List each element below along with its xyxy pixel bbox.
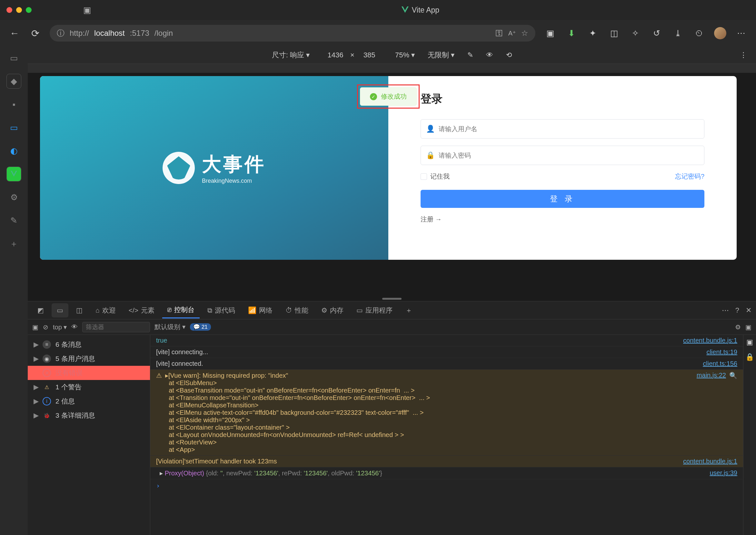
tab-elements[interactable]: </> 元素	[124, 303, 160, 318]
sidebar-toggle-icon[interactable]: ▣	[32, 323, 38, 331]
side-messages[interactable]: ▶≡6 条消息	[28, 337, 150, 352]
favorite-icon[interactable]: ☆	[521, 29, 528, 38]
remember-me[interactable]: 记住我	[421, 172, 450, 181]
maximize-window[interactable]	[26, 7, 32, 13]
password-icon[interactable]: ⚿	[496, 29, 503, 38]
viewport-height[interactable]	[356, 51, 382, 59]
register-link[interactable]: 注册 →	[421, 215, 704, 224]
tab-memory[interactable]: ⚙ 内存	[316, 303, 348, 318]
magnify-icon[interactable]: 🔍	[729, 372, 737, 379]
devtools-close-icon[interactable]: ✕	[746, 306, 751, 315]
tab-network[interactable]: 📶 网络	[243, 303, 278, 318]
inspect-icon[interactable]: ◩	[32, 303, 49, 318]
url-scheme: http://	[70, 29, 89, 38]
log-source-link[interactable]: client.ts:156	[703, 360, 737, 367]
console-log[interactable]: true content.bundle.js:1 [vite] connecti…	[150, 335, 743, 535]
login-button[interactable]: 登 录	[421, 190, 704, 208]
devtools: ◩ ▭ ◫ ⌂ 欢迎 </> 元素 ⎚ 控制台 ⧉ 源代码 📶 网络 ⏱ 性能 …	[28, 301, 756, 535]
eyedropper-icon[interactable]: ✎	[467, 51, 473, 59]
live-expr-icon[interactable]: 👁	[71, 323, 78, 331]
devtools-more-icon[interactable]: ⋮	[740, 51, 747, 59]
filter-input[interactable]	[82, 322, 150, 332]
log-source-link[interactable]: main.js:22	[697, 372, 726, 379]
performance-icon[interactable]: ⏲	[693, 27, 706, 40]
log-source-link[interactable]: user.js:39	[710, 469, 737, 477]
resize-handle[interactable]	[382, 298, 402, 300]
log-row: true content.bundle.js:1	[150, 335, 743, 347]
console-dock-icon[interactable]: ▣	[745, 323, 751, 331]
minimize-window[interactable]	[16, 7, 22, 13]
hidden-count[interactable]: 💬 21	[190, 323, 211, 331]
clear-console-icon[interactable]: ⊘	[43, 323, 48, 331]
history-icon[interactable]: ↺	[650, 27, 663, 40]
log-warning: ⚠ ▸[Vue warn]: Missing required prop: "i…	[150, 370, 743, 456]
side-user[interactable]: ▶◉5 条用户消息	[28, 352, 150, 366]
device-label[interactable]: 尺寸: 响应	[272, 51, 304, 59]
zoom-level[interactable]: 75%	[395, 51, 409, 59]
address-bar[interactable]: ⓘ http://localhost:5173/login ⚿ A⁺ ☆	[50, 25, 535, 42]
username-input[interactable]	[438, 126, 699, 133]
drawer-icon[interactable]: ▣	[746, 338, 753, 347]
act-note-icon[interactable]: ▪	[7, 97, 21, 111]
password-field[interactable]: 🔒	[421, 146, 704, 165]
log-source-link[interactable]: content.bundle.js:1	[683, 458, 737, 465]
act-globe-icon[interactable]: ◐	[7, 144, 21, 158]
act-video-icon[interactable]: ▭	[7, 121, 21, 135]
tab-overview-icon[interactable]: ▣	[83, 5, 91, 15]
console-sidebar: ▶≡6 条消息 ▶◉5 条用户消息 ✕没有错误 ▶⚠1 个警告 ▶i2 信息 ▶…	[28, 335, 150, 535]
tab-add[interactable]: ＋	[400, 303, 417, 318]
act-add-icon[interactable]: ＋	[7, 237, 21, 251]
console-settings-icon[interactable]: ⚙	[735, 323, 741, 331]
viewport-width[interactable]	[322, 51, 348, 59]
log-source-link[interactable]: content.bundle.js:1	[683, 337, 737, 344]
level-selector[interactable]: 默认级别 ▾	[155, 323, 185, 331]
devtools-help-icon[interactable]: ?	[735, 306, 739, 315]
act-vue-icon[interactable]	[7, 167, 21, 181]
act-settings-icon[interactable]: ⚙	[7, 190, 21, 204]
back-button[interactable]: ←	[8, 28, 21, 39]
success-toast: ✓ 修改成功	[360, 87, 417, 106]
tab-sources[interactable]: ⧉ 源代码	[202, 303, 240, 318]
rotate-icon[interactable]: ⟲	[506, 51, 512, 59]
downloads-icon[interactable]: ⤓	[672, 27, 684, 40]
ext-2-icon[interactable]: ⬇	[565, 27, 578, 40]
devtools-more-icon[interactable]: ⋯	[722, 306, 729, 315]
toast-text: 修改成功	[381, 92, 407, 101]
act-chat-icon[interactable]: ◆	[7, 74, 21, 88]
act-tab-icon[interactable]: ▭	[7, 51, 21, 65]
login-title: 登录	[421, 92, 704, 106]
remember-checkbox[interactable]	[421, 173, 427, 180]
tab-console[interactable]: ⎚ 控制台	[162, 302, 200, 319]
close-window[interactable]	[7, 7, 12, 13]
password-input[interactable]	[438, 152, 699, 159]
username-field[interactable]: 👤	[421, 119, 704, 139]
side-info[interactable]: ▶i2 信息	[28, 394, 150, 408]
reader-icon[interactable]: A⁺	[508, 29, 516, 37]
tab-welcome[interactable]: ⌂ 欢迎	[90, 303, 121, 318]
eye-icon[interactable]: 👁	[486, 51, 493, 59]
throttle[interactable]: 无限制	[428, 51, 449, 59]
lock-icon[interactable]: 🔒	[745, 353, 754, 361]
url-port: :5173	[130, 29, 149, 38]
sidebar-icon[interactable]: ◫	[608, 27, 620, 40]
favorites-icon[interactable]: ✧	[629, 27, 642, 40]
tab-application[interactable]: ▭ 应用程序	[351, 303, 398, 318]
context-selector[interactable]: top ▾	[53, 323, 67, 331]
console-prompt[interactable]: ›	[150, 479, 743, 492]
side-errors[interactable]: ✕没有错误	[28, 366, 150, 380]
reload-button[interactable]: ⟳	[29, 28, 41, 39]
menu-icon[interactable]: ⋯	[735, 27, 748, 40]
tab-performance[interactable]: ⏱ 性能	[280, 303, 314, 318]
forgot-password-link[interactable]: 忘记密码?	[675, 172, 704, 181]
side-verbose[interactable]: ▶🐞3 条详细消息	[28, 408, 150, 423]
extensions-icon[interactable]: ✦	[586, 27, 599, 40]
dock-icon[interactable]: ◫	[71, 303, 88, 318]
side-warnings[interactable]: ▶⚠1 个警告	[28, 380, 150, 394]
act-paint-icon[interactable]: ✎	[7, 213, 21, 228]
log-source-link[interactable]: client.ts:19	[706, 349, 737, 356]
ext-1-icon[interactable]: ▣	[544, 27, 557, 40]
profile-avatar[interactable]	[714, 27, 726, 39]
device-toggle-icon[interactable]: ▭	[52, 303, 68, 318]
lock-icon: 🔒	[426, 151, 435, 159]
site-info-icon[interactable]: ⓘ	[57, 28, 65, 38]
